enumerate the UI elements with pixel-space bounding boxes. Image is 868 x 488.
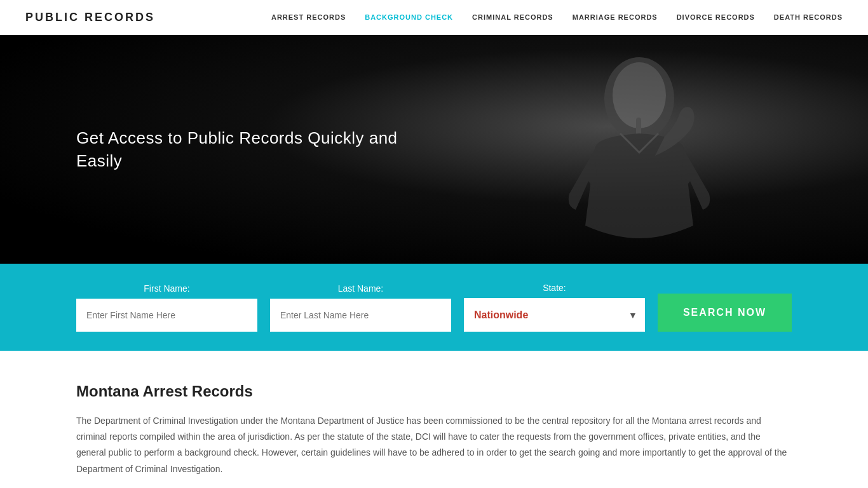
nav-background-check[interactable]: BACKGROUND CHECK: [365, 13, 453, 21]
hero-figure: [538, 48, 741, 264]
first-name-label: First Name:: [76, 283, 257, 294]
first-name-field: First Name:: [76, 283, 257, 332]
last-name-label: Last Name:: [270, 283, 451, 294]
hero-title: Get Access to Public Records Quickly and…: [76, 126, 426, 173]
main-content: Montana Arrest Records The Department of…: [0, 351, 868, 488]
last-name-field: Last Name:: [270, 283, 451, 332]
hero-content: Get Access to Public Records Quickly and…: [0, 126, 502, 173]
state-select[interactable]: NationwideAlabamaAlaskaArizonaArkansasCa…: [464, 298, 645, 332]
main-nav: ARREST RECORDS BACKGROUND CHECK CRIMINAL…: [271, 13, 843, 21]
state-select-wrapper: NationwideAlabamaAlaskaArizonaArkansasCa…: [464, 298, 645, 332]
search-now-button[interactable]: SEARCH NOW: [658, 294, 792, 332]
content-heading: Montana Arrest Records: [76, 383, 792, 400]
nav-criminal-records[interactable]: CRIMINAL RECORDS: [472, 13, 553, 21]
nav-marriage-records[interactable]: MARRIAGE RECORDS: [573, 13, 658, 21]
nav-death-records[interactable]: DEATH RECORDS: [774, 13, 843, 21]
content-paragraph-1: The Department of Criminal Investigation…: [76, 413, 792, 477]
nav-arrest-records[interactable]: ARREST RECORDS: [271, 13, 346, 21]
state-field: State: NationwideAlabamaAlaskaArizonaArk…: [464, 283, 645, 332]
state-label: State:: [464, 283, 645, 293]
nav-divorce-records[interactable]: DIVORCE RECORDS: [677, 13, 755, 21]
site-logo[interactable]: PUBLIC RECORDS: [25, 11, 155, 24]
hero-section: Get Access to Public Records Quickly and…: [0, 35, 868, 264]
search-bar: First Name: Last Name: State: Nationwide…: [0, 264, 868, 351]
first-name-input[interactable]: [76, 299, 257, 332]
site-header: PUBLIC RECORDS ARREST RECORDS BACKGROUND…: [0, 0, 868, 35]
last-name-input[interactable]: [270, 299, 451, 332]
